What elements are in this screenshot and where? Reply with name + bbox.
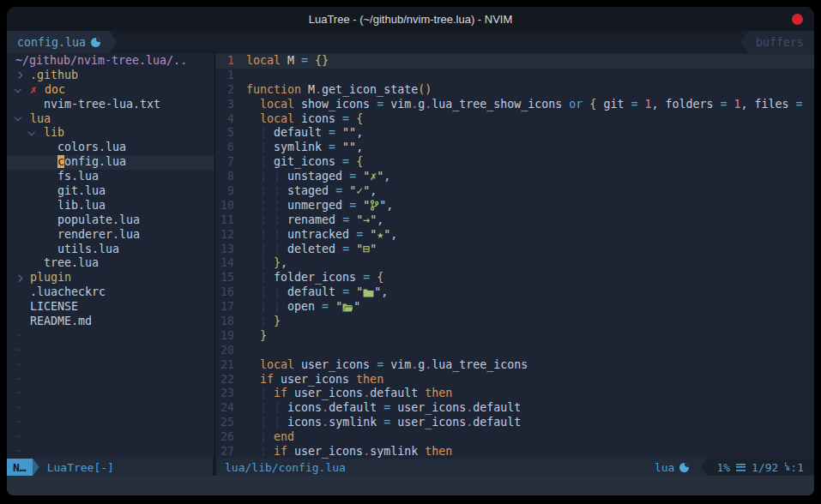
window-title: LuaTree - (~/github/nvim-tree.lua) - NVI…	[309, 13, 513, 26]
chevron-down-icon[interactable]	[15, 114, 21, 121]
tree-item-lib[interactable]: lib	[7, 126, 214, 141]
empty-line-tilde: ~	[7, 344, 214, 358]
code-line[interactable]: 18 ¦ }	[215, 315, 814, 329]
tree-header[interactable]: ~/github/nvim-tree.lua/..	[7, 54, 214, 69]
code-line[interactable]: 27 ¦ if user_icons.symlink then	[215, 445, 814, 459]
line-number: 12	[215, 228, 246, 243]
tree-item--luacheckrc[interactable]: .luacheckrc	[7, 285, 214, 300]
tree-item-label: git.lua	[57, 184, 106, 197]
empty-line-tilde: ~	[7, 358, 214, 373]
code-line[interactable]: 22 if user_icons then	[215, 373, 814, 387]
code-line[interactable]: 12 ¦ ¦ untracked = "★",	[215, 228, 814, 243]
tab-config-lua[interactable]: config.lua	[7, 31, 109, 53]
mode-indicator: N…	[7, 459, 33, 476]
line-number: 3	[215, 98, 246, 112]
code-text: ¦ ¦ open = ""	[246, 300, 360, 315]
code-line[interactable]: 9 ¦ ¦ staged = "✓",	[215, 184, 814, 199]
code-text: local M = {}	[246, 54, 329, 69]
code-line[interactable]: 23 ¦ if user_icons.default then	[215, 387, 814, 401]
code-line[interactable]: 1	[215, 69, 814, 83]
folder-icon	[363, 285, 374, 298]
tree-item-fs-lua[interactable]: fs.lua	[7, 170, 214, 184]
code-line[interactable]: 25 ¦ ¦ icons.symlink = user_icons.defaul…	[215, 416, 814, 430]
tree-item-label: doc	[45, 83, 65, 96]
line-number: 1	[215, 69, 246, 83]
command-line[interactable]	[7, 476, 814, 495]
code-line[interactable]: 24 ¦ ¦ icons.default = user_icons.defaul…	[215, 401, 814, 416]
tree-item-label: fs.lua	[57, 170, 99, 183]
code-line[interactable]: 14 ¦ },	[215, 256, 814, 271]
file-tree[interactable]: ~/github/nvim-tree.lua/...github✗docnvim…	[7, 53, 215, 459]
tree-item--github[interactable]: .github	[7, 69, 214, 83]
tree-item-tree-lua[interactable]: tree.lua	[7, 256, 214, 271]
code-line[interactable]: 26 ¦ end	[215, 430, 814, 445]
branch-icon	[370, 199, 379, 212]
code-line[interactable]: 5 ¦ default = "",	[215, 126, 814, 141]
line-number: 2	[215, 83, 246, 98]
code-line[interactable]: 13 ¦ ¦ deleted = "⊟"	[215, 243, 814, 257]
code-line[interactable]: 16 ¦ ¦ default = "",	[215, 285, 814, 300]
tree-item-nvim-tree-lua-txt[interactable]: nvim-tree-lua.txt	[7, 98, 214, 112]
line-number: 19	[215, 329, 246, 344]
chevron-right-icon[interactable]	[15, 72, 22, 79]
line-number: 4	[215, 112, 246, 127]
code-text: ¦ ¦ untracked = "★",	[246, 228, 397, 243]
code-line[interactable]: 2function M.get_icon_state()	[215, 83, 814, 98]
line-number: 27	[215, 445, 246, 459]
code-line[interactable]: 4 local icons = {	[215, 112, 814, 127]
statusline-left-title: LuaTree[-]	[47, 461, 114, 474]
tree-item-license[interactable]: LICENSE	[7, 300, 214, 315]
desktop-background: LuaTree - (~/github/nvim-tree.lua) - NVI…	[0, 0, 821, 504]
code-line[interactable]: 10 ¦ ¦ unmerged = "",	[215, 199, 814, 213]
line-number: 22	[215, 373, 246, 387]
tree-item-populate-lua[interactable]: populate.lua	[7, 213, 214, 228]
tree-item-plugin[interactable]: plugin	[7, 271, 214, 285]
tree-item-label: .github	[30, 69, 78, 81]
code-line[interactable]: 7 ¦ git_icons = {	[215, 155, 814, 170]
tree-item-lua[interactable]: lua	[7, 112, 214, 127]
chevron-down-icon[interactable]	[15, 85, 21, 92]
tree-item-git-lua[interactable]: git.lua	[7, 184, 214, 199]
code-text: ¦ if user_icons.symlink then	[246, 445, 452, 459]
cursor-position: 1/92	[752, 461, 778, 474]
tree-item-label: plugin	[30, 271, 71, 284]
line-number-icon: L N	[784, 463, 789, 471]
code-text: ¦ ¦ renamed = "→",	[246, 213, 383, 228]
code-line[interactable]: 1local M = {}	[215, 54, 814, 69]
code-text: ¦ }	[246, 315, 281, 329]
tree-item-utils-lua[interactable]: utils.lua	[7, 243, 214, 257]
code-line[interactable]: 8 ¦ ¦ unstaged = "✗",	[215, 170, 814, 184]
line-number: 20	[215, 344, 246, 358]
title-bar[interactable]: LuaTree - (~/github/nvim-tree.lua) - NVI…	[7, 7, 814, 31]
code-line[interactable]: 3 local show_icons = vim.g.lua_tree_show…	[215, 98, 814, 112]
tree-item-label: lib.lua	[57, 199, 106, 212]
empty-line-tilde: ~	[7, 373, 214, 387]
code-line[interactable]: 11 ¦ ¦ renamed = "→",	[215, 213, 814, 228]
code-line[interactable]: 17 ¦ ¦ open = ""	[215, 300, 814, 315]
code-line[interactable]: 20	[215, 344, 814, 358]
tree-item-renderer-lua[interactable]: renderer.lua	[7, 228, 214, 243]
tree-item-doc[interactable]: ✗doc	[7, 83, 214, 98]
code-line[interactable]: 19 }	[215, 329, 814, 344]
chevron-down-icon[interactable]	[28, 129, 35, 135]
line-number: 7	[215, 155, 246, 170]
code-line[interactable]: 21 local user_icons = vim.g.lua_tree_ico…	[215, 358, 814, 373]
editor[interactable]: 1local M = {}12function M.get_icon_state…	[215, 53, 814, 459]
buffers-arrow-separator	[740, 31, 749, 53]
code-text: ¦ end	[246, 430, 294, 445]
code-text: }	[246, 329, 267, 344]
buffers-tab[interactable]: buffers	[749, 31, 814, 53]
empty-line-tilde: ~	[7, 401, 214, 416]
tree-item-readme-md[interactable]: README.md	[7, 315, 214, 329]
tree-item-config-lua[interactable]: config.lua	[7, 155, 214, 170]
code-text: local icons = {	[246, 112, 363, 127]
chevron-right-icon[interactable]	[15, 274, 22, 281]
tree-item-colors-lua[interactable]: colors.lua	[7, 141, 214, 155]
status-line: N… LuaTree[-] lua/lib/config.lua lua 1% …	[7, 459, 814, 476]
line-number: 21	[215, 358, 246, 373]
code-line[interactable]: 15 ¦ folder_icons = {	[215, 271, 814, 285]
tree-item-lib-lua[interactable]: lib.lua	[7, 199, 214, 213]
code-line[interactable]: 6 ¦ symlink = "",	[215, 141, 814, 155]
mode-arrow-separator	[33, 459, 39, 476]
close-icon[interactable]	[792, 14, 803, 25]
